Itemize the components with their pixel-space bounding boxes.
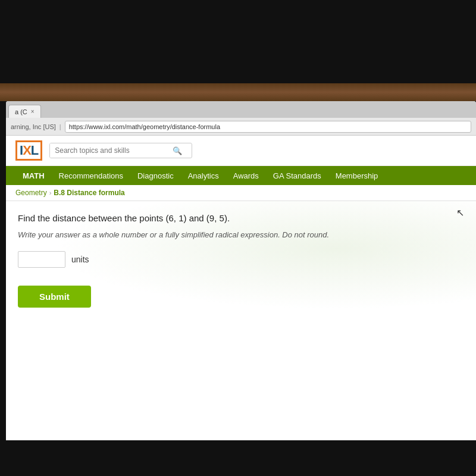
nav-item-membership[interactable]: Membership bbox=[328, 166, 386, 185]
tab-close-button[interactable]: × bbox=[31, 108, 35, 115]
tab-label: a (C bbox=[15, 108, 27, 115]
site-content: IXL 🔍 MATH Recommendations Diagnostic An… bbox=[6, 136, 476, 320]
browser-tab[interactable]: a (C × bbox=[8, 105, 41, 118]
main-content: ↖ Find the distance between the points (… bbox=[6, 201, 476, 320]
answer-input[interactable] bbox=[18, 251, 65, 268]
nav-item-analytics[interactable]: Analytics bbox=[181, 166, 226, 185]
logo-l: L bbox=[31, 143, 38, 158]
instruction-text: Write your answer as a whole number or a… bbox=[18, 230, 464, 239]
breadcrumb-separator: › bbox=[49, 189, 52, 196]
units-label: units bbox=[71, 255, 89, 264]
submit-button[interactable]: Submit bbox=[18, 286, 91, 308]
nav-item-ga-standards[interactable]: GA Standards bbox=[266, 166, 328, 185]
ixl-logo[interactable]: IXL bbox=[15, 140, 42, 161]
answer-row: units bbox=[18, 251, 464, 268]
nav-item-math[interactable]: MATH bbox=[15, 166, 52, 185]
tab-bar: a (C × bbox=[6, 101, 476, 118]
nav-item-diagnostic[interactable]: Diagnostic bbox=[130, 166, 181, 185]
nav-item-awards[interactable]: Awards bbox=[226, 166, 266, 185]
ixl-header: IXL 🔍 bbox=[6, 136, 476, 166]
separator: | bbox=[60, 123, 61, 130]
logo-x: X bbox=[23, 143, 31, 158]
breadcrumb: Geometry › B.8 Distance formula bbox=[6, 185, 476, 201]
breadcrumb-current: B.8 Distance formula bbox=[54, 189, 124, 197]
breadcrumb-parent[interactable]: Geometry bbox=[15, 189, 47, 197]
question-text: Find the distance between the points (6,… bbox=[18, 213, 464, 223]
search-input[interactable] bbox=[50, 143, 169, 158]
browser-window: a (C × arning, Inc [US] | IXL 🔍 MATH Rec… bbox=[6, 101, 476, 440]
main-nav: MATH Recommendations Diagnostic Analytic… bbox=[6, 166, 476, 185]
search-bar[interactable]: 🔍 bbox=[49, 143, 192, 158]
address-input[interactable] bbox=[65, 121, 471, 133]
address-bar: arning, Inc [US] | bbox=[6, 118, 476, 136]
search-button[interactable]: 🔍 bbox=[169, 144, 186, 158]
nav-item-recommendations[interactable]: Recommendations bbox=[52, 166, 130, 185]
company-label: arning, Inc [US] bbox=[11, 123, 56, 130]
